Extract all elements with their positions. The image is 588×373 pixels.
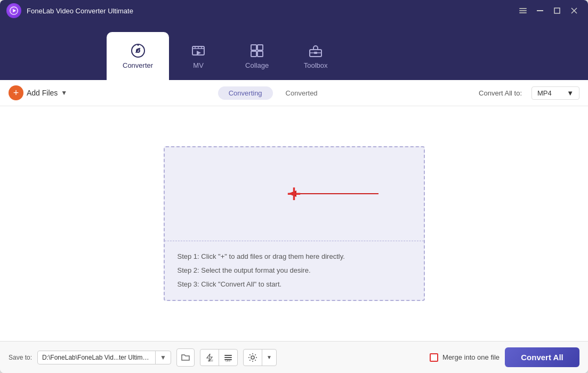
save-path-dropdown[interactable]: ▼ bbox=[155, 351, 171, 364]
svg-point-34 bbox=[251, 356, 254, 359]
window-controls bbox=[515, 4, 582, 17]
app-window: FoneLab Video Converter Ultimate bbox=[0, 0, 588, 373]
drop-zone[interactable]: + Step 1: Click "+" to add files or drag… bbox=[164, 146, 425, 301]
bottom-bar: Save to: D:\FoneLab\FoneLab Vid...ter Ul… bbox=[0, 341, 588, 373]
format-dropdown-icon: ▼ bbox=[567, 89, 574, 97]
svg-rect-22 bbox=[257, 51, 263, 57]
main-content: + Add Files ▼ Converting Converted Conve… bbox=[0, 80, 588, 341]
svg-rect-31 bbox=[224, 357, 232, 358]
acceleration-button[interactable]: OFF bbox=[200, 350, 219, 366]
svg-text:OFF: OFF bbox=[208, 359, 213, 362]
tab-switcher: Converting Converted bbox=[218, 86, 328, 100]
svg-rect-2 bbox=[519, 8, 527, 9]
add-files-label: Add Files bbox=[27, 89, 58, 97]
instruction-3: Step 3: Click "Convert All" to start. bbox=[178, 280, 411, 289]
svg-rect-21 bbox=[251, 51, 256, 57]
format-value: MP4 bbox=[537, 89, 552, 97]
settings-split-button: ▼ bbox=[243, 349, 277, 366]
acceleration-settings-button[interactable]: OFF bbox=[219, 350, 237, 366]
svg-rect-25 bbox=[314, 52, 317, 54]
svg-rect-19 bbox=[251, 45, 256, 50]
tab-converter[interactable]: Converter bbox=[107, 32, 169, 80]
toolbar: + Add Files ▼ Converting Converted Conve… bbox=[0, 80, 588, 106]
format-select[interactable]: MP4 ▼ bbox=[531, 86, 579, 100]
drop-zone-top: + bbox=[165, 147, 424, 241]
tab-toolbox-label: Toolbox bbox=[304, 61, 328, 69]
add-files-plus-icon: + bbox=[9, 85, 23, 100]
settings-dropdown-btn[interactable]: ▼ bbox=[262, 351, 276, 363]
tab-bar: Converter MV bbox=[0, 21, 588, 80]
minimize-btn[interactable] bbox=[533, 4, 547, 17]
save-path-text: D:\FoneLab\FoneLab Vid...ter Ultimate\Co… bbox=[38, 351, 155, 364]
app-title: FoneLab Video Converter Ultimate bbox=[27, 7, 515, 15]
converted-tab[interactable]: Converted bbox=[275, 86, 328, 100]
settings-button[interactable] bbox=[244, 350, 262, 366]
save-to-label: Save to: bbox=[9, 354, 32, 361]
instruction-1: Step 1: Click "+" to add files or drag t… bbox=[178, 252, 411, 261]
app-logo bbox=[6, 3, 21, 18]
tab-collage-label: Collage bbox=[245, 61, 269, 69]
content-area: + Step 1: Click "+" to add files or drag… bbox=[0, 106, 588, 341]
svg-rect-5 bbox=[537, 10, 543, 11]
tab-collage[interactable]: Collage bbox=[228, 32, 286, 80]
add-files-button[interactable]: + Add Files ▼ bbox=[9, 85, 67, 100]
tab-mv-label: MV bbox=[193, 61, 204, 69]
convert-all-to-label: Convert All to: bbox=[479, 89, 522, 97]
svg-rect-6 bbox=[554, 8, 560, 13]
merge-checkbox[interactable] bbox=[430, 353, 438, 362]
save-path-box: D:\FoneLab\FoneLab Vid...ter Ultimate\Co… bbox=[37, 351, 171, 364]
open-folder-button[interactable] bbox=[176, 348, 195, 367]
tab-converter-label: Converter bbox=[123, 61, 153, 69]
tab-toolbox[interactable]: Toolbox bbox=[286, 32, 345, 80]
drop-zone-plus-icon: + bbox=[286, 181, 301, 207]
acceleration-split-button: OFF OFF bbox=[200, 349, 238, 366]
merge-checkbox-area: Merge into one file bbox=[430, 353, 500, 362]
convert-all-button[interactable]: Convert All bbox=[505, 347, 579, 367]
instruction-2: Step 2: Select the output format you des… bbox=[178, 266, 411, 275]
add-files-dropdown-icon: ▼ bbox=[61, 89, 67, 97]
toolbox-icon bbox=[308, 43, 323, 58]
svg-rect-3 bbox=[519, 10, 527, 11]
svg-text:OFF: OFF bbox=[225, 359, 231, 362]
title-bar: FoneLab Video Converter Ultimate bbox=[0, 0, 588, 21]
merge-label: Merge into one file bbox=[442, 353, 500, 361]
svg-marker-18 bbox=[197, 51, 201, 55]
close-btn[interactable] bbox=[567, 4, 582, 17]
drop-zone-instructions: Step 1: Click "+" to add files or drag t… bbox=[165, 241, 424, 300]
svg-marker-1 bbox=[13, 9, 16, 12]
converter-icon bbox=[131, 43, 146, 58]
mv-icon bbox=[191, 43, 206, 58]
svg-point-11 bbox=[138, 50, 139, 51]
tab-mv[interactable]: MV bbox=[169, 32, 228, 80]
svg-rect-30 bbox=[224, 355, 232, 356]
svg-rect-4 bbox=[519, 12, 527, 13]
accessibility-btn[interactable] bbox=[515, 4, 530, 17]
svg-rect-20 bbox=[257, 45, 263, 50]
collage-icon bbox=[249, 43, 264, 58]
converting-tab[interactable]: Converting bbox=[218, 86, 273, 100]
maximize-btn[interactable] bbox=[550, 4, 565, 17]
